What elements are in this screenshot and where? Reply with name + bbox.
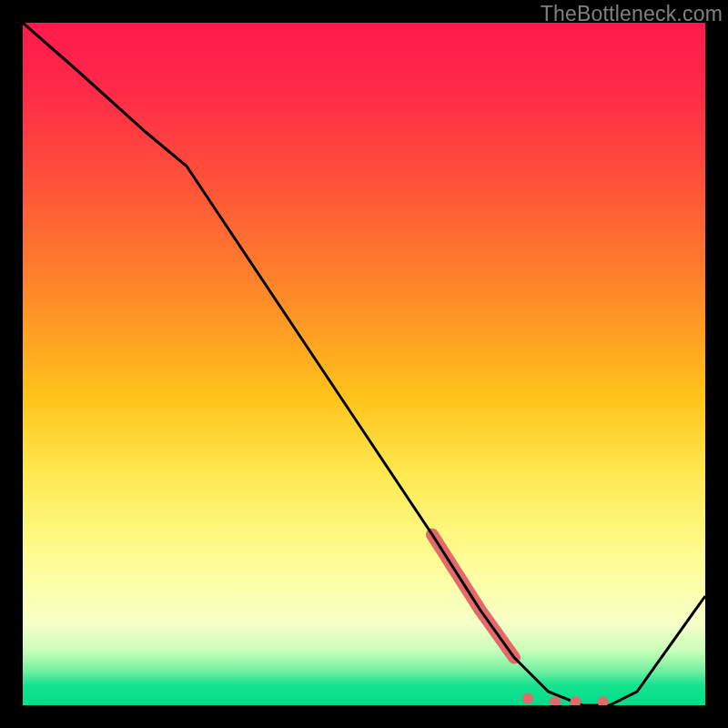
plot-area xyxy=(23,23,705,705)
chart-container: TheBottleneck.com xyxy=(0,0,728,728)
highlight-dot xyxy=(571,696,581,705)
highlight-dot xyxy=(522,693,533,704)
bottleneck-curve xyxy=(23,23,705,705)
highlight-dot xyxy=(598,696,609,705)
curve-layer xyxy=(23,23,705,705)
watermark-text: TheBottleneck.com xyxy=(541,2,723,26)
plot-frame xyxy=(23,23,705,705)
highlight-dot xyxy=(550,696,561,705)
